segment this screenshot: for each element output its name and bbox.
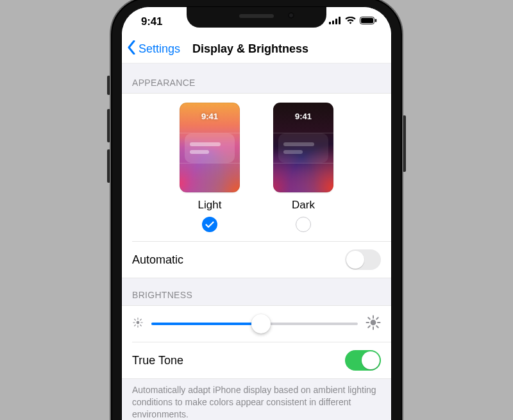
cellular-bars-icon xyxy=(329,17,341,24)
dark-mode-option[interactable]: 9:41 Dark xyxy=(273,103,333,232)
svg-line-23 xyxy=(368,326,370,328)
true-tone-description: Automatically adapt iPhone display based… xyxy=(122,379,391,420)
automatic-row: Automatic xyxy=(132,241,391,278)
checkmark-icon xyxy=(205,221,214,228)
svg-point-16 xyxy=(371,320,376,326)
automatic-label: Automatic xyxy=(132,253,183,267)
brightness-card: True Tone xyxy=(122,305,391,379)
front-camera xyxy=(288,12,294,19)
switch-knob xyxy=(362,351,380,369)
svg-line-14 xyxy=(135,325,136,326)
light-mode-option[interactable]: 9:41 Light xyxy=(180,103,240,232)
svg-point-7 xyxy=(137,321,140,324)
dark-radio[interactable] xyxy=(296,217,311,232)
dark-preview: 9:41 xyxy=(273,103,333,192)
true-tone-switch[interactable] xyxy=(345,350,381,371)
brightness-slider[interactable] xyxy=(151,315,358,333)
svg-line-12 xyxy=(135,319,136,321)
svg-line-13 xyxy=(140,325,142,326)
status-icons xyxy=(329,17,377,24)
svg-rect-3 xyxy=(339,17,341,24)
preview-widget xyxy=(278,133,328,163)
brightness-slider-row xyxy=(122,306,391,342)
status-time: 9:41 xyxy=(141,15,162,28)
page-title: Display & Brightness xyxy=(192,35,308,63)
preview-time: 9:41 xyxy=(180,112,240,121)
back-button[interactable]: Settings xyxy=(127,35,180,63)
screen: 9:41 xyxy=(121,6,392,420)
svg-line-15 xyxy=(140,319,142,321)
light-preview: 9:41 xyxy=(180,103,240,192)
brightness-header: BRIGHTNESS xyxy=(122,278,391,305)
chevron-left-icon xyxy=(127,40,136,58)
switch-knob xyxy=(346,251,364,269)
content: APPEARANCE 9:41 Light xyxy=(122,63,391,420)
light-label: Light xyxy=(198,199,222,212)
sun-large-icon xyxy=(366,315,381,333)
svg-rect-6 xyxy=(375,19,376,22)
appearance-card: 9:41 Light xyxy=(122,93,391,278)
battery-icon xyxy=(360,17,377,24)
wifi-icon xyxy=(345,17,356,24)
sun-small-icon xyxy=(132,317,144,331)
preview-time: 9:41 xyxy=(273,112,333,121)
light-radio[interactable] xyxy=(202,217,217,232)
true-tone-row: True Tone xyxy=(132,342,391,378)
svg-line-22 xyxy=(376,326,378,328)
speaker-grille xyxy=(239,14,274,18)
appearance-options: 9:41 Light xyxy=(122,94,391,241)
notch xyxy=(187,7,326,28)
svg-rect-5 xyxy=(361,18,373,23)
dark-label: Dark xyxy=(292,199,315,212)
iphone-mockup: 9:41 xyxy=(110,0,403,420)
automatic-switch[interactable] xyxy=(345,249,381,270)
svg-rect-2 xyxy=(335,19,337,24)
preview-widget xyxy=(185,133,235,163)
svg-line-24 xyxy=(376,317,378,319)
svg-rect-0 xyxy=(329,22,331,24)
svg-line-21 xyxy=(368,317,370,319)
nav-bar: Settings Display & Brightness xyxy=(122,35,391,63)
appearance-header: APPEARANCE xyxy=(122,63,391,93)
true-tone-label: True Tone xyxy=(132,354,183,367)
back-label: Settings xyxy=(139,42,180,56)
svg-rect-1 xyxy=(332,21,334,24)
slider-fill xyxy=(151,323,261,325)
slider-thumb[interactable] xyxy=(251,314,271,333)
